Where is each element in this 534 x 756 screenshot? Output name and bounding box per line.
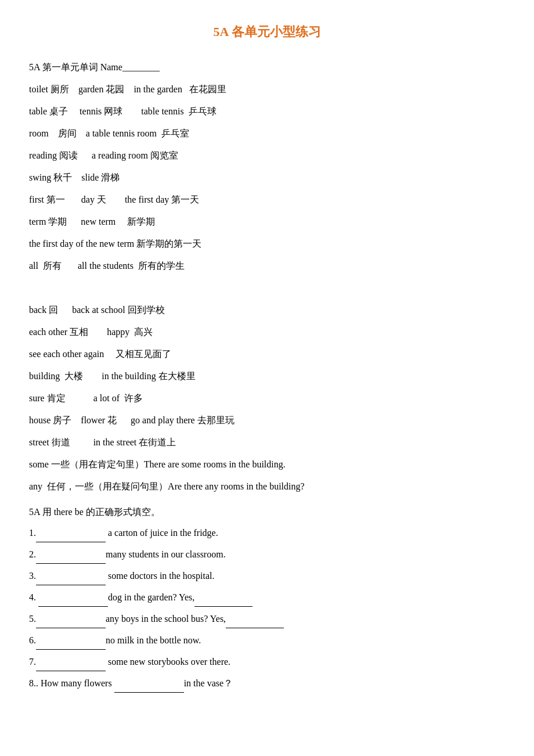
vocab-line-15: building 大楼 in the building 在大楼里: [29, 367, 505, 386]
exercise-item-7: 7. some new storybooks over there.: [29, 652, 505, 671]
vocab-line-16: sure 肯定 a lot of 许多: [29, 389, 505, 408]
blank-4b[interactable]: [194, 588, 252, 607]
vocab-line-5: reading 阅读 a reading room 阅览室: [29, 146, 505, 165]
exercise-item-1: 1. a carton of juice in the fridge.: [29, 523, 505, 542]
blank-1[interactable]: [36, 523, 106, 542]
vocab-line-10: all 所有 all the students 所有的学生: [29, 257, 505, 275]
vocab-line-9: the first day of the new term 新学期的第一天: [29, 235, 505, 253]
vocab-line-3: table 桌子 tennis 网球 table tennis 乒乓球: [29, 102, 505, 121]
page-title: 5A 各单元小型练习: [29, 23, 505, 41]
exercise-item-2: 2. many students in our classroom.: [29, 545, 505, 564]
vocab-line-2: toilet 厕所 garden 花园 in the garden 在花园里: [29, 80, 505, 99]
exercise-item-5: 5. any boys in the school bus? Yes,: [29, 609, 505, 628]
vocab-line-17b: street 街道 in the street 在街道上: [29, 433, 505, 452]
vocab-line-1: 5A 第一单元单词 Name________: [29, 58, 505, 77]
vocab-line-13: each other 互相 happy 高兴: [29, 323, 505, 341]
vocab-line-8: term 学期 new term 新学期: [29, 213, 505, 231]
exercise-section-title: 5A 用 there be 的正确形式填空。: [29, 506, 505, 519]
blank-2[interactable]: [36, 545, 106, 564]
vocab-line-17: house 房子 flower 花 go and play there 去那里玩: [29, 411, 505, 430]
exercise-item-3: 3. some doctors in the hospital.: [29, 566, 505, 585]
exercise-item-8: 8.. How many flowers in the vase？: [29, 674, 505, 693]
vocab-line-18: some 一些（用在肯定句里）There are some rooms in t…: [29, 455, 505, 474]
blank-3[interactable]: [36, 566, 106, 585]
vocab-line-4: room 房间 a table tennis room 乒乓室: [29, 124, 505, 143]
blank-4a[interactable]: [38, 588, 108, 607]
vocab-line-14: see each other again 又相互见面了: [29, 345, 505, 363]
vocab-section: 5A 第一单元单词 Name________ toilet 厕所 garden …: [29, 58, 505, 496]
vocab-line-6: swing 秋千 slide 滑梯: [29, 168, 505, 187]
exercise-list: 1. a carton of juice in the fridge. 2. m…: [29, 523, 505, 693]
blank-6[interactable]: [36, 631, 106, 650]
blank-7[interactable]: [36, 652, 106, 671]
vocab-line-7: first 第一 day 天 the first day 第一天: [29, 190, 505, 209]
blank-5a[interactable]: [36, 609, 106, 628]
vocab-line-12: back 回 back at school 回到学校: [29, 301, 505, 319]
blank-5b[interactable]: [226, 609, 284, 628]
vocab-line-19: any 任何，一些（用在疑问句里）Are there any rooms in …: [29, 477, 505, 496]
blank-8[interactable]: [114, 674, 184, 693]
exercise-item-6: 6. no milk in the bottle now.: [29, 631, 505, 650]
exercise-item-4: 4. dog in the garden? Yes,: [29, 588, 505, 607]
vocab-spacer-1: [29, 279, 505, 297]
